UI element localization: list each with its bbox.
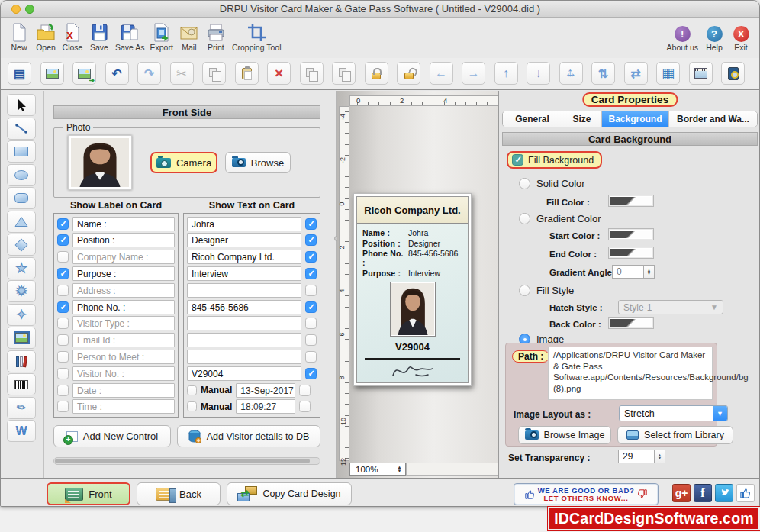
label-checkbox[interactable]: [57, 268, 69, 279]
label-field[interactable]: Visitor Type :: [72, 316, 175, 330]
value-checkbox[interactable]: [305, 351, 317, 363]
label-checkbox[interactable]: [57, 251, 69, 263]
copy-button[interactable]: [202, 62, 226, 85]
move-left-button[interactable]: ←: [430, 62, 453, 85]
label-checkbox[interactable]: [57, 368, 69, 379]
measure-button[interactable]: [689, 62, 713, 85]
label-field[interactable]: Visitor No. :: [72, 366, 175, 381]
value-field[interactable]: V29004: [187, 366, 301, 381]
scrollbar-thumb[interactable]: [55, 459, 310, 463]
select-tool-button[interactable]: [7, 94, 36, 116]
export-button[interactable]: Export: [150, 21, 173, 52]
value-checkbox[interactable]: [305, 334, 317, 346]
image-tool-button[interactable]: [7, 327, 36, 349]
value-checkbox[interactable]: [305, 318, 317, 329]
export-image-button[interactable]: ➜: [72, 62, 96, 85]
label-field[interactable]: Position :: [72, 233, 175, 247]
value-field[interactable]: Johra: [187, 217, 301, 231]
solid-color-option[interactable]: Solid Color: [519, 178, 585, 189]
end-color-swatch[interactable]: [608, 247, 654, 259]
gradient-angle-input[interactable]: 0: [612, 265, 644, 279]
paste-button[interactable]: [235, 62, 259, 85]
fill-background-option[interactable]: Fill Background: [507, 151, 602, 169]
fill-background-checkbox[interactable]: [512, 154, 523, 166]
back-side-button[interactable]: Back: [137, 482, 221, 505]
close-button[interactable]: x Close: [62, 21, 83, 52]
like-button[interactable]: [736, 484, 755, 502]
transparency-stepper[interactable]: ▲▼: [655, 450, 665, 463]
browse-photo-button[interactable]: Browse: [225, 152, 291, 173]
preview-button[interactable]: [721, 62, 745, 85]
notes-button[interactable]: ▤: [8, 62, 31, 85]
label-field[interactable]: Company Name :: [72, 250, 175, 264]
bring-forward-button[interactable]: [300, 62, 324, 85]
value-checkbox[interactable]: [305, 285, 317, 296]
insert-image-button[interactable]: [40, 62, 64, 85]
date-field[interactable]: 13-Sep-2017: [236, 383, 295, 398]
label-field[interactable]: Purpose :: [72, 266, 175, 281]
gradient-angle-stepper[interactable]: ▲▼: [644, 265, 655, 279]
design-canvas[interactable]: 0 2 4 -4 -2 0 2 4 6 8 10 12 Ricoh Compan…: [337, 91, 498, 478]
rectangle-tool-button[interactable]: [7, 140, 36, 163]
browse-image-button[interactable]: Browse Image: [518, 426, 611, 444]
tab-general[interactable]: General: [503, 111, 562, 127]
back-color-swatch[interactable]: [608, 317, 654, 329]
move-down-button[interactable]: ↓: [527, 62, 550, 85]
save-button[interactable]: Save: [89, 21, 110, 52]
label-field[interactable]: Name :: [72, 217, 175, 231]
cut-button[interactable]: ✂: [170, 62, 194, 85]
facebook-button[interactable]: f: [694, 484, 712, 502]
line-tool-button[interactable]: [7, 118, 36, 140]
undo-button[interactable]: ↶: [105, 62, 129, 85]
value-checkbox[interactable]: [299, 385, 311, 396]
value-field[interactable]: 845-456-5686: [187, 300, 301, 314]
tab-background[interactable]: Background: [602, 111, 669, 127]
new-button[interactable]: New: [8, 21, 30, 52]
seal-tool-button[interactable]: ✹: [7, 280, 36, 302]
gradient-color-radio[interactable]: [519, 213, 530, 224]
fill-style-option[interactable]: Fill Style: [519, 285, 574, 296]
label-checkbox[interactable]: [57, 301, 69, 313]
image-path-field[interactable]: /Applications/DRPU Visitor Card Maker & …: [548, 347, 713, 400]
value-checkbox[interactable]: [305, 234, 317, 246]
value-checkbox[interactable]: [305, 301, 317, 313]
label-field[interactable]: Person to Meet :: [72, 350, 175, 364]
feedback-banner[interactable]: WE ARE GOOD OR BAD? LET OTHERS KNOW...: [514, 483, 659, 505]
google-plus-button[interactable]: g+: [672, 484, 691, 502]
label-checkbox[interactable]: [57, 401, 69, 412]
label-checkbox[interactable]: [57, 334, 69, 346]
watermark-tool-button[interactable]: W: [7, 420, 36, 442]
copy-card-design-button[interactable]: ⇄ Copy Card Design: [227, 482, 352, 505]
mail-button[interactable]: Mail: [179, 21, 200, 52]
value-checkbox[interactable]: [305, 268, 317, 279]
exit-button[interactable]: X Exit: [730, 21, 752, 52]
horizontal-scrollbar[interactable]: [53, 457, 320, 465]
send-backward-button[interactable]: [332, 62, 356, 85]
gradient-color-option[interactable]: Gradient Color: [519, 213, 601, 224]
print-button[interactable]: Print: [205, 21, 227, 52]
manual-time-checkbox[interactable]: [187, 401, 197, 411]
website-banner[interactable]: IDCardDesignSoftware.com: [548, 507, 760, 530]
open-button[interactable]: Open: [35, 21, 56, 52]
solid-color-radio[interactable]: [519, 178, 530, 189]
signature-tool-button[interactable]: ✎: [7, 397, 36, 419]
help-button[interactable]: ? Help: [704, 21, 725, 52]
label-checkbox[interactable]: [57, 318, 69, 329]
diamond-tool-button[interactable]: [7, 234, 36, 256]
zoom-stepper[interactable]: ▲▼: [394, 463, 405, 475]
tab-border-watermark[interactable]: Border and Wa...: [669, 111, 757, 127]
label-checkbox[interactable]: [57, 218, 69, 230]
start-color-swatch[interactable]: [608, 228, 654, 240]
value-checkbox[interactable]: [305, 218, 317, 230]
barcode-tool-button[interactable]: [7, 373, 36, 395]
front-side-button[interactable]: Front: [47, 482, 130, 505]
grid-button[interactable]: ▦: [656, 62, 680, 85]
label-field[interactable]: Email Id :: [72, 333, 175, 347]
image-layout-dropdown[interactable]: Stretch ▼: [619, 405, 728, 421]
label-checkbox[interactable]: [57, 351, 69, 363]
add-new-control-button[interactable]: Add New Control: [53, 425, 171, 447]
value-checkbox[interactable]: [299, 401, 311, 412]
value-field[interactable]: [187, 316, 301, 330]
save-as-button[interactable]: Save As: [115, 21, 145, 52]
cropping-tool-button[interactable]: Cropping Tool: [232, 21, 282, 52]
